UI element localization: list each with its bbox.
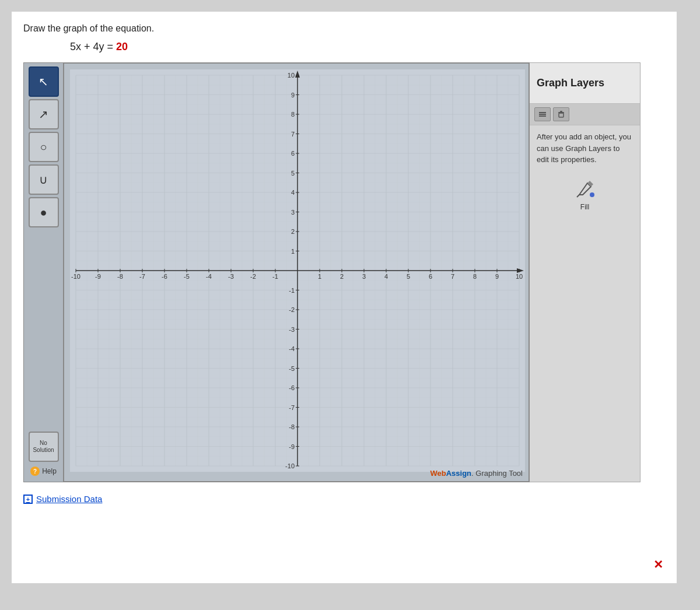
graphing-tool-label: . Graphing Tool <box>471 469 523 478</box>
no-solution-button[interactable]: NoSolution <box>29 432 59 462</box>
right-panel: Graph Layers <box>530 62 640 482</box>
toolbar: ↖ ↗ ○ ∪ ● NoSolution ? Help <box>23 62 63 482</box>
equation-right: 20 <box>116 41 128 52</box>
close-button[interactable]: ✕ <box>651 558 665 572</box>
svg-rect-3 <box>559 113 564 117</box>
circle-tool[interactable]: ○ <box>29 132 59 162</box>
svg-rect-0 <box>539 112 546 113</box>
webassign-web: Web <box>430 469 446 478</box>
graph-container[interactable]: WebAssign. Graphing Tool <box>63 62 530 482</box>
fill-section: Fill <box>530 171 640 217</box>
select-tool[interactable]: ↖ <box>29 66 59 97</box>
equation-left: 5x + 4y <box>70 41 107 52</box>
layers-icon-btn[interactable] <box>534 107 551 121</box>
help-icon: ? <box>30 467 40 476</box>
fill-paint-icon <box>575 178 596 199</box>
svg-rect-1 <box>539 114 546 115</box>
submission-plus-icon: + <box>23 495 33 504</box>
delete-icon-btn[interactable] <box>553 107 569 121</box>
equation: 5x + 4y = 20 <box>70 41 665 53</box>
curve-tool[interactable]: ∪ <box>29 164 59 195</box>
help-label: Help <box>42 467 57 475</box>
point-tool[interactable]: ● <box>29 197 59 227</box>
graph-canvas[interactable] <box>70 69 525 472</box>
fill-icon <box>573 177 597 201</box>
fill-label: Fill <box>580 203 589 211</box>
close-icon: ✕ <box>653 558 663 572</box>
submission-data-link[interactable]: + Submission Data <box>23 494 665 504</box>
webassign-label: WebAssign. Graphing Tool <box>430 469 523 478</box>
layers-icon <box>538 110 547 118</box>
problem-title: Draw the graph of the equation. <box>23 23 665 34</box>
graphing-area-wrapper: ↖ ↗ ○ ∪ ● NoSolution ? Help WebAssign. G… <box>23 62 665 482</box>
no-solution-label: NoSolution <box>33 440 54 454</box>
graph-layers-icons <box>530 104 640 125</box>
line-tool[interactable]: ↗ <box>29 99 59 129</box>
svg-rect-5 <box>560 111 562 112</box>
help-button[interactable]: ? Help <box>28 464 59 478</box>
svg-rect-2 <box>539 115 546 117</box>
page-container: Draw the graph of the equation. 5x + 4y … <box>12 12 677 583</box>
graph-layers-description: After you add an object, you can use Gra… <box>530 125 640 171</box>
graph-layers-header: Graph Layers <box>530 63 640 104</box>
delete-icon <box>557 110 565 118</box>
submission-data-label: Submission Data <box>36 494 102 504</box>
graph-layers-title: Graph Layers <box>537 77 604 89</box>
equation-equals: = <box>107 41 117 52</box>
svg-rect-4 <box>558 112 564 113</box>
webassign-assign: Assign <box>446 469 471 478</box>
bottom-section: + Submission Data <box>23 494 665 504</box>
svg-point-6 <box>590 192 594 197</box>
